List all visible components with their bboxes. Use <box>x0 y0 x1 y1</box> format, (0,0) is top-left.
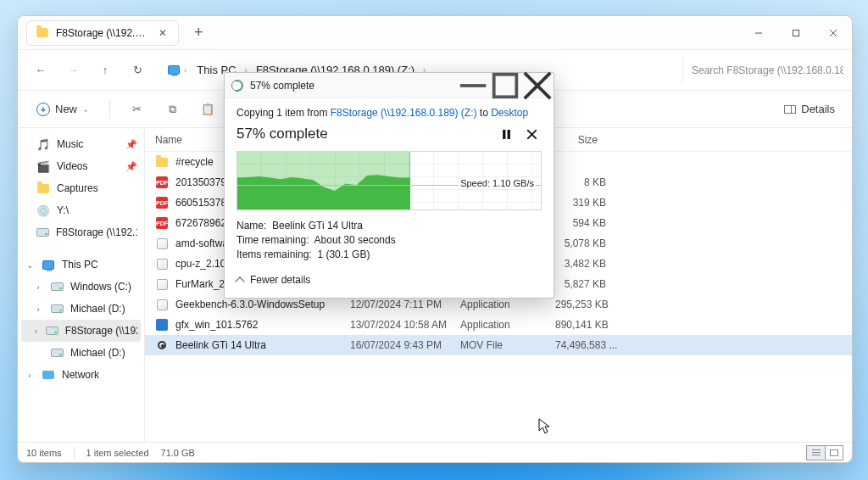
progress-icon <box>231 80 243 92</box>
details-view-button[interactable] <box>806 445 825 460</box>
pin-icon: 📌 <box>125 161 137 172</box>
sidebar-item-label: Windows (C:) <box>70 281 131 293</box>
chevron-right-icon: › <box>33 304 43 314</box>
file-name: gfx_win_101.5762 <box>175 319 258 331</box>
dialog-titlebar[interactable]: 57% complete <box>225 73 554 98</box>
pdf-icon: PDF <box>155 216 169 230</box>
new-button[interactable]: + New ⌄ <box>28 99 97 120</box>
sidebar-item-windows-c[interactable]: › Windows (C:) <box>21 276 141 298</box>
copying-mid: to <box>476 107 491 119</box>
sidebar-item-network[interactable]: › Network <box>21 364 141 386</box>
sidebar-item-label: Music <box>57 138 83 150</box>
nav-forward-button[interactable]: → <box>58 56 87 85</box>
dialog-minimize-button[interactable] <box>457 73 489 98</box>
videos-icon: 🎬 <box>36 159 50 173</box>
col-header-size[interactable]: Size <box>555 134 606 146</box>
file-type: Application <box>460 319 555 331</box>
file-date: 13/07/2024 10:58 AM <box>350 319 460 331</box>
sidebar-item-y-drive[interactable]: 💿 Y:\ <box>21 199 141 221</box>
app-icon <box>155 298 169 311</box>
status-bar: 10 items 1 item selected 71.0 GB <box>18 442 852 462</box>
sidebar-item-videos[interactable]: 🎬 Videos 📌 <box>21 155 141 177</box>
sidebar-item-f8storage-quick[interactable]: F8Storage (\\192.168.0.189) <box>21 221 141 243</box>
folder-icon <box>36 26 49 40</box>
status-selection: 1 item selected <box>86 448 149 458</box>
new-tab-button[interactable]: + <box>194 24 203 42</box>
sidebar-item-michael-d2[interactable]: Michael (D:) <box>21 342 141 364</box>
copy-to-link[interactable]: Desktop <box>491 107 528 119</box>
chevron-down-icon: ⌄ <box>25 260 35 270</box>
app-icon <box>155 277 169 291</box>
sidebar-item-label: Michael (D:) <box>70 347 125 359</box>
maximize-button[interactable] <box>777 16 815 50</box>
sidebar-item-label: Y:\ <box>57 204 69 216</box>
table-row[interactable]: gfx_win_101.576213/07/2024 10:58 AMAppli… <box>145 315 852 335</box>
sidebar-item-label: F8Storage (\\192.168.0.189) <box>56 226 137 238</box>
copy-progress-dialog: 57% complete Copying 1 item from F8Stora… <box>224 72 554 299</box>
sidebar-item-f8storage[interactable]: › F8Storage (\\192.168.0.189) <box>21 320 141 342</box>
sidebar-item-this-pc[interactable]: ⌄ This PC <box>21 254 141 276</box>
file-date: 16/07/2024 9:43 PM <box>350 339 460 351</box>
dialog-title: 57% complete <box>250 80 314 92</box>
details-pane-button[interactable]: Details <box>777 99 842 119</box>
view-toggle <box>806 445 843 460</box>
search-input[interactable]: Search F8Storage (\\192.168.0.189 🔍 <box>682 57 843 84</box>
speed-label: Speed: 1.10 GB/s <box>459 178 536 188</box>
disk-icon: 💿 <box>36 204 50 217</box>
file-date: 12/07/2024 7:11 PM <box>350 299 460 310</box>
network-drive-icon <box>46 324 58 338</box>
file-type: MOV File <box>460 339 555 351</box>
cursor-icon <box>538 418 551 438</box>
pause-button[interactable] <box>496 124 516 144</box>
search-placeholder: Search F8Storage (\\192.168.0.189 <box>692 64 843 76</box>
close-window-button[interactable] <box>815 16 852 50</box>
nav-up-button[interactable]: ↑ <box>91 56 120 85</box>
items-remaining-label: Items remaining: <box>236 248 312 260</box>
new-button-label: New <box>55 103 77 115</box>
plus-icon: + <box>36 103 50 116</box>
svg-rect-8 <box>503 130 505 139</box>
paste-button[interactable]: 📋 <box>193 97 222 122</box>
close-tab-button[interactable]: ✕ <box>156 27 170 39</box>
dialog-close-button[interactable] <box>521 73 554 98</box>
details-icon <box>784 105 796 114</box>
music-icon: 🎵 <box>36 137 50 151</box>
mov-icon <box>155 338 169 352</box>
sidebar-item-captures[interactable]: Captures <box>21 177 141 199</box>
file-name: Geekbench-6.3.0-WindowsSetup <box>175 299 325 310</box>
sidebar-item-music[interactable]: 🎵 Music 📌 <box>21 133 141 155</box>
cut-button[interactable]: ✂ <box>122 97 151 122</box>
sidebar-item-michael-d[interactable]: › Michael (D:) <box>21 298 141 320</box>
file-size: 8 KB <box>555 176 606 188</box>
icons-view-button[interactable] <box>825 445 843 460</box>
copy-button[interactable]: ⧉ <box>158 97 186 122</box>
throughput-chart: Speed: 1.10 GB/s <box>236 151 542 210</box>
table-row[interactable]: Beelink GTi 14 Ultra16/07/2024 9:43 PMMO… <box>145 335 852 355</box>
dialog-maximize-button[interactable] <box>489 73 521 98</box>
tab-active[interactable]: F8Storage (\\192.168.0.189) (Z:) ✕ <box>26 20 179 46</box>
folder-icon <box>36 181 50 195</box>
dialog-body: Copying 1 item from F8Storage (\\192.168… <box>225 98 554 298</box>
refresh-button[interactable]: ↻ <box>123 56 152 85</box>
cancel-copy-button[interactable] <box>521 124 542 144</box>
folder-icon <box>155 155 169 169</box>
chevron-right-icon: › <box>184 65 186 75</box>
drive-icon <box>50 302 64 315</box>
drive-icon <box>50 280 64 293</box>
file-name: 201350379 <box>175 176 226 188</box>
nav-back-button[interactable]: ← <box>26 56 55 85</box>
svg-rect-1 <box>793 30 799 36</box>
file-name: #recycle <box>175 156 214 168</box>
file-name: Beelink GTi 14 Ultra <box>175 339 266 351</box>
svg-rect-9 <box>507 130 509 139</box>
time-remaining-value: About 30 seconds <box>314 234 396 246</box>
minimize-button[interactable] <box>740 16 777 50</box>
copy-from-link[interactable]: F8Storage (\\192.168.0.189) (Z:) <box>331 107 477 119</box>
sidebar-item-label: Videos <box>57 160 87 172</box>
fewer-details-button[interactable]: Fewer details <box>236 274 542 286</box>
file-size: 74,496,583 ... <box>555 339 606 351</box>
pc-icon <box>42 258 55 271</box>
status-selection-size: 71.0 GB <box>161 448 195 458</box>
sidebar-item-label: Michael (D:) <box>70 303 125 315</box>
chevron-right-icon: › <box>33 282 43 292</box>
